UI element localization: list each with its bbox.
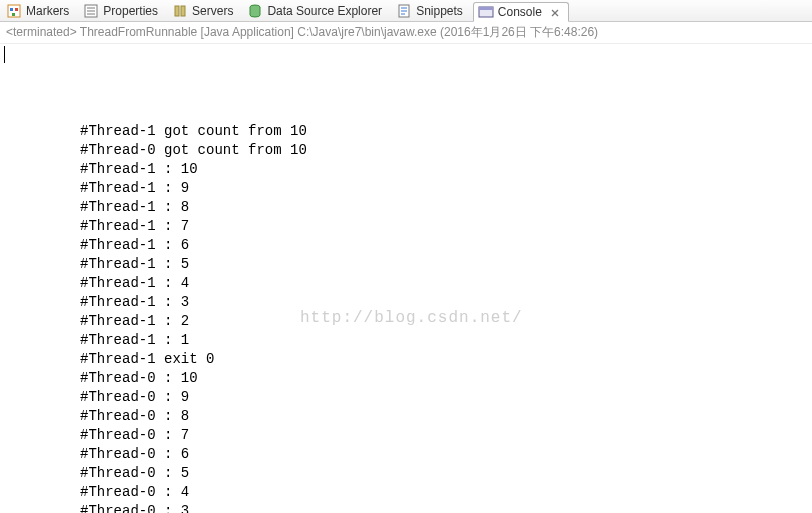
servers-icon [172, 3, 188, 19]
tab-label: Markers [26, 4, 69, 18]
tab-console[interactable]: Console [473, 2, 569, 22]
tab-properties[interactable]: Properties [79, 1, 166, 21]
svg-rect-8 [175, 6, 179, 16]
tab-label: Servers [192, 4, 233, 18]
launch-status: <terminated> ThreadFromRunnable [Java Ap… [0, 22, 812, 44]
console-line: #Thread-1 : 4 [0, 274, 812, 293]
markers-icon [6, 3, 22, 19]
console-line: #Thread-1 : 8 [0, 198, 812, 217]
console-line: #Thread-1 : 10 [0, 160, 812, 179]
console-line: #Thread-1 : 9 [0, 179, 812, 198]
svg-rect-9 [181, 6, 185, 16]
console-line: #Thread-0 : 6 [0, 445, 812, 464]
console-line: #Thread-1 : 5 [0, 255, 812, 274]
console-line: #Thread-0 : 4 [0, 483, 812, 502]
console-line: #Thread-0 : 8 [0, 407, 812, 426]
console-line: #Thread-1 : 7 [0, 217, 812, 236]
console-line: #Thread-1 : 3 [0, 293, 812, 312]
tab-snippets[interactable]: Snippets [392, 1, 471, 21]
tab-servers[interactable]: Servers [168, 1, 241, 21]
svg-rect-1 [10, 8, 13, 11]
tab-label: Properties [103, 4, 158, 18]
svg-rect-16 [479, 7, 493, 10]
tab-label: Data Source Explorer [267, 4, 382, 18]
console-line: #Thread-1 : 1 [0, 331, 812, 350]
console-line: #Thread-0 got count from 10 [0, 141, 812, 160]
properties-icon [83, 3, 99, 19]
console-line: #Thread-1 : 2 [0, 312, 812, 331]
console-output[interactable]: http://blog.csdn.net/ #Thread-1 got coun… [0, 44, 812, 513]
console-line: #Thread-0 : 9 [0, 388, 812, 407]
tab-label: Console [498, 5, 542, 19]
data-source-icon [247, 3, 263, 19]
console-line: #Thread-1 : 6 [0, 236, 812, 255]
console-line: #Thread-0 : 10 [0, 369, 812, 388]
console-icon [478, 4, 494, 20]
snippets-icon [396, 3, 412, 19]
console-line: #Thread-1 got count from 10 [0, 122, 812, 141]
svg-rect-2 [15, 8, 18, 11]
view-tab-bar: Markers Properties Servers Data Source E… [0, 0, 812, 22]
tab-markers[interactable]: Markers [2, 1, 77, 21]
console-line: #Thread-1 exit 0 [0, 350, 812, 369]
text-caret [4, 46, 5, 63]
console-line: #Thread-0 : 5 [0, 464, 812, 483]
close-icon[interactable] [550, 7, 560, 17]
console-line: #Thread-0 : 3 [0, 502, 812, 513]
tab-data-source-explorer[interactable]: Data Source Explorer [243, 1, 390, 21]
svg-rect-3 [12, 13, 15, 16]
tab-label: Snippets [416, 4, 463, 18]
console-line: #Thread-0 : 7 [0, 426, 812, 445]
